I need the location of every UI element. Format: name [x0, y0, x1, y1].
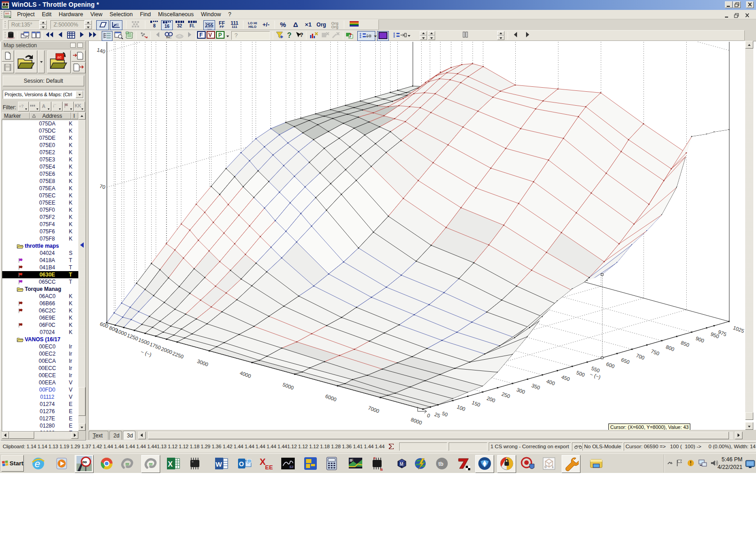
filter-info-button[interactable]: i¯ [52, 102, 63, 111]
taskbar-app-m-cube[interactable]: M [394, 456, 410, 471]
map-row[interactable]: 00ECAIr [2, 357, 78, 365]
wizard-3-button[interactable] [331, 31, 341, 41]
taskbar-app-outlook[interactable]: O [237, 456, 252, 471]
pane-splitter-spinner-3[interactable] [497, 31, 504, 40]
map-row[interactable]: 0418AT [2, 257, 78, 264]
map-row[interactable]: 075F8K [2, 235, 78, 242]
map-row[interactable]: 075F6K [2, 228, 78, 235]
map-list-button[interactable] [66, 31, 76, 41]
fvp-dropdown[interactable] [225, 31, 230, 41]
preview-window-button[interactable] [113, 31, 124, 41]
grid-display-button[interactable] [130, 20, 142, 30]
map-row[interactable]: 06E9EK [2, 314, 78, 321]
last-map-button[interactable] [87, 31, 98, 41]
taskbar-app-dice-box[interactable]: 01 [541, 456, 557, 471]
view-toolbar-grip[interactable] [4, 21, 6, 28]
rotation-field[interactable]: Rot:135° [8, 20, 40, 29]
plot-scroll-right[interactable] [735, 432, 742, 439]
plot-vscroll-thumb[interactable] [745, 412, 753, 420]
map-preview-button[interactable] [124, 31, 135, 41]
zoom-spinner-up[interactable] [85, 20, 92, 25]
taskbar-app-fb-chip[interactable]: FB [369, 456, 385, 471]
tray-chevron-icon[interactable] [667, 460, 672, 466]
pane-splitter-spinner-3-up[interactable] [497, 31, 504, 36]
view-2d-button[interactable] [96, 20, 109, 30]
show-functions-button[interactable]: F [197, 31, 206, 41]
close-button[interactable] [746, 1, 754, 8]
filter-bytes-button[interactable] [29, 102, 40, 111]
show-parameters-button[interactable]: P [216, 31, 225, 41]
taskbar-app-avg-shield[interactable] [499, 456, 514, 471]
plot-scroll-up[interactable] [745, 41, 753, 49]
map-row[interactable]: 00EC0Ir [2, 343, 78, 350]
map-row[interactable]: 041B4T [2, 264, 78, 271]
window-link-button[interactable] [391, 31, 410, 41]
map-row[interactable]: 00EEAV [2, 379, 78, 386]
pane-splitter-spinner-2-up[interactable] [428, 31, 435, 36]
taskbar-app-eeprom-chip[interactable] [187, 456, 202, 471]
format-hex-button[interactable]: FFFF [216, 20, 228, 30]
map-row[interactable]: 00EC2Ir [2, 350, 78, 357]
menu-selection[interactable]: Selection [106, 10, 136, 19]
map-row[interactable]: 00FD0V [2, 386, 78, 393]
history-back-button[interactable] [153, 31, 163, 41]
menu-hardware[interactable]: Hardware [55, 10, 86, 19]
prev-map-button[interactable] [55, 31, 66, 41]
list-scroll-track[interactable] [78, 120, 86, 424]
rotation-spinner-down[interactable] [40, 25, 47, 29]
help-button[interactable]: ? [285, 31, 294, 41]
open-project-dropdown[interactable] [38, 50, 45, 73]
bits-8-button[interactable]: 8 [148, 20, 160, 30]
show-variables-button[interactable]: V [207, 31, 216, 41]
map-row[interactable]: 075E6K [2, 170, 78, 178]
map-row[interactable]: 075ECK [2, 192, 78, 199]
find-address-button[interactable]: 101.. [164, 31, 174, 41]
map-row[interactable]: 075E8K [2, 178, 78, 185]
taskbar-app-sprint-gray-2[interactable] [143, 456, 158, 471]
tab-text[interactable]: Text [89, 431, 108, 440]
filter-equals-button[interactable]: =? [18, 102, 29, 111]
menu-miscellaneous[interactable]: Miscellaneous [154, 10, 197, 19]
list-scroll-up[interactable] [78, 112, 86, 120]
apply-changes-button[interactable]: F [345, 31, 356, 41]
panel-splitter[interactable] [86, 41, 89, 430]
split-vertical-button[interactable] [461, 31, 470, 41]
map-row[interactable]: 075F0K [2, 206, 78, 214]
taskbar-app-scan-signature[interactable]: S3 [280, 456, 296, 471]
magic-hat-button[interactable] [5, 31, 16, 41]
wizard-2-button[interactable] [320, 31, 331, 41]
map-row[interactable]: 0127EE [2, 415, 78, 422]
menu-[interactable]: ? [225, 10, 235, 19]
taskbar-app-target-shield[interactable] [520, 456, 535, 471]
map-row[interactable]: 01280E [2, 422, 78, 429]
taskbar-app-word[interactable]: W [214, 456, 229, 471]
menu-edit[interactable]: Edit [38, 10, 55, 19]
map-row[interactable]: 075DEK [2, 134, 78, 142]
filter-text-button[interactable]: A [40, 102, 51, 111]
map-row[interactable]: 00ECCIr [2, 365, 78, 372]
column-header-address[interactable]: Address [30, 112, 71, 119]
taskbar-app-winols[interactable]: ∞ [76, 456, 92, 471]
sum-icon[interactable] [388, 443, 395, 450]
next-map-button[interactable] [76, 31, 87, 41]
map-row[interactable]: 075E2K [2, 149, 78, 156]
tray-network-icon[interactable] [698, 459, 707, 467]
tab-scroll-left[interactable] [138, 432, 146, 439]
taskbar-app-media-player[interactable] [54, 456, 69, 471]
taskbar-app-sprint-gray[interactable] [120, 456, 135, 471]
map-display-mode-button[interactable] [357, 31, 375, 41]
zoom-spinner[interactable] [85, 20, 92, 29]
plot-vscroll-track[interactable] [745, 49, 753, 420]
sign-button[interactable]: +/- [260, 20, 272, 30]
map-row[interactable]: 01274E [2, 401, 78, 408]
tab-2d[interactable]: 2d [109, 431, 122, 440]
bits-32-button[interactable]: 32 [174, 20, 185, 30]
map-row[interactable]: 075F4K [2, 221, 78, 228]
menu-grip[interactable] [1, 11, 2, 18]
title-bar[interactable]: WinOLS - Throttle Opening * [0, 0, 756, 10]
map-folder-row[interactable]: Torque Manag [2, 285, 78, 293]
taskbar-app-chrome[interactable] [99, 456, 114, 471]
map-row[interactable]: 07024K [2, 329, 78, 336]
tray-display-icon[interactable] [745, 460, 755, 469]
map-row[interactable]: 075F2K [2, 214, 78, 221]
